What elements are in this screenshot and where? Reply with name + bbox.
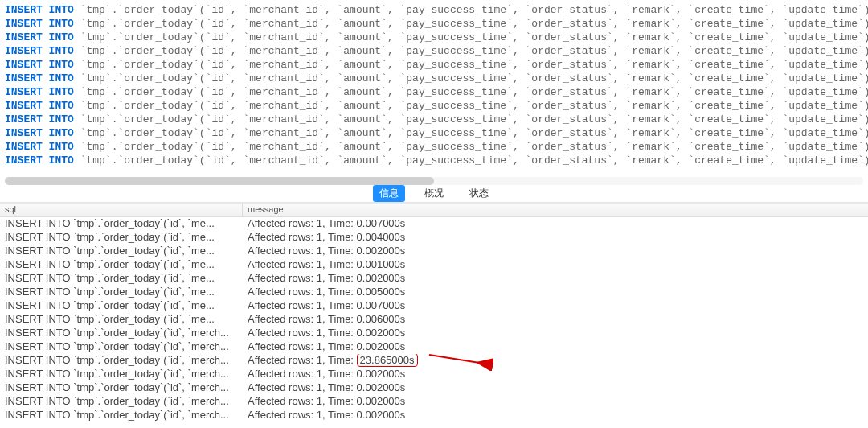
msg-prefix: Affected rows: 1, Time: <box>248 409 357 421</box>
cell-sql: INSERT INTO `tmp`.`order_today`(`id`, `m… <box>0 327 243 340</box>
header-sql[interactable]: sql <box>0 204 243 216</box>
sql-line: INSERT INTO `tmp`.`order_today`(`id`, `m… <box>5 31 863 44</box>
cell-sql: INSERT INTO `tmp`.`order_today`(`id`, `m… <box>0 381 243 395</box>
table-row[interactable]: INSERT INTO `tmp`.`order_today`(`id`, `m… <box>0 368 868 381</box>
msg-prefix: Affected rows: 1, Time: <box>248 354 357 366</box>
header-message[interactable]: message <box>243 204 868 216</box>
msg-prefix: Affected rows: 1, Time: <box>248 313 357 325</box>
table-row[interactable]: INSERT INTO `tmp`.`order_today`(`id`, `m… <box>0 409 868 422</box>
cell-message: Affected rows: 1, Time: 0.007000s <box>243 217 868 231</box>
cell-message: Affected rows: 1, Time: 0.002000s <box>243 272 868 286</box>
cell-message: Affected rows: 1, Time: 0.006000s <box>243 313 868 327</box>
cell-sql: INSERT INTO `tmp`.`order_today`(`id`, `m… <box>0 286 243 299</box>
msg-prefix: Affected rows: 1, Time: <box>248 340 357 352</box>
sql-line: INSERT INTO `tmp`.`order_today`(`id`, `m… <box>5 126 863 140</box>
tab-1[interactable]: 概况 <box>418 185 450 202</box>
table-row[interactable]: INSERT INTO `tmp`.`order_today`(`id`, `m… <box>0 299 868 313</box>
sql-line: INSERT INTO `tmp`.`order_today`(`id`, `m… <box>5 44 863 58</box>
msg-time: 0.007000s <box>357 299 406 311</box>
table-row[interactable]: INSERT INTO `tmp`.`order_today`(`id`, `m… <box>0 354 868 368</box>
result-tab-bar: 信息概况状态 <box>0 185 868 203</box>
msg-prefix: Affected rows: 1, Time: <box>248 272 357 284</box>
table-row[interactable]: INSERT INTO `tmp`.`order_today`(`id`, `m… <box>0 340 868 354</box>
msg-time: 0.002000s <box>357 327 406 339</box>
msg-time: 23.865000s <box>357 354 418 367</box>
sql-line: INSERT INTO `tmp`.`order_today`(`id`, `m… <box>5 58 863 72</box>
table-row[interactable]: INSERT INTO `tmp`.`order_today`(`id`, `m… <box>0 327 868 340</box>
msg-prefix: Affected rows: 1, Time: <box>248 381 357 393</box>
cell-sql: INSERT INTO `tmp`.`order_today`(`id`, `m… <box>0 245 243 258</box>
table-row[interactable]: INSERT INTO `tmp`.`order_today`(`id`, `m… <box>0 231 868 245</box>
msg-time: 0.002000s <box>357 245 406 257</box>
tab-0[interactable]: 信息 <box>373 185 405 202</box>
msg-time: 0.002000s <box>357 409 406 421</box>
sql-editor-pane: INSERT INTO `tmp`.`order_today`(`id`, `m… <box>0 0 868 175</box>
msg-time: 0.002000s <box>357 368 406 380</box>
cell-message: Affected rows: 1, Time: 0.002000s <box>243 327 868 340</box>
table-row[interactable]: INSERT INTO `tmp`.`order_today`(`id`, `m… <box>0 286 868 299</box>
table-row[interactable]: INSERT INTO `tmp`.`order_today`(`id`, `m… <box>0 258 868 272</box>
tab-2[interactable]: 状态 <box>463 185 495 202</box>
table-row[interactable]: INSERT INTO `tmp`.`order_today`(`id`, `m… <box>0 245 868 258</box>
msg-time: 0.001000s <box>357 258 406 270</box>
result-header-row: sql message <box>0 203 868 217</box>
msg-time: 0.004000s <box>357 231 406 243</box>
msg-prefix: Affected rows: 1, Time: <box>248 217 357 229</box>
sql-line: INSERT INTO `tmp`.`order_today`(`id`, `m… <box>5 17 863 31</box>
msg-time: 0.002000s <box>357 381 406 393</box>
msg-time: 0.005000s <box>357 286 406 298</box>
msg-prefix: Affected rows: 1, Time: <box>248 368 357 380</box>
cell-message: Affected rows: 1, Time: 0.002000s <box>243 340 868 354</box>
cell-message: Affected rows: 1, Time: 0.004000s <box>243 231 868 245</box>
msg-prefix: Affected rows: 1, Time: <box>248 299 357 311</box>
cell-message: Affected rows: 1, Time: 23.865000s <box>243 354 868 368</box>
scrollbar-thumb[interactable] <box>5 177 434 185</box>
sql-line: INSERT INTO `tmp`.`order_today`(`id`, `m… <box>5 113 863 126</box>
msg-prefix: Affected rows: 1, Time: <box>248 258 357 270</box>
cell-message: Affected rows: 1, Time: 0.005000s <box>243 286 868 299</box>
table-row[interactable]: INSERT INTO `tmp`.`order_today`(`id`, `m… <box>0 395 868 409</box>
cell-sql: INSERT INTO `tmp`.`order_today`(`id`, `m… <box>0 368 243 381</box>
sql-line: INSERT INTO `tmp`.`order_today`(`id`, `m… <box>5 99 863 113</box>
table-row[interactable]: INSERT INTO `tmp`.`order_today`(`id`, `m… <box>0 217 868 231</box>
sql-line: INSERT INTO `tmp`.`order_today`(`id`, `m… <box>5 140 863 154</box>
cell-sql: INSERT INTO `tmp`.`order_today`(`id`, `m… <box>0 354 243 368</box>
horizontal-scrollbar[interactable] <box>5 177 863 185</box>
msg-time: 0.007000s <box>357 217 406 229</box>
msg-prefix: Affected rows: 1, Time: <box>248 395 357 407</box>
cell-message: Affected rows: 1, Time: 0.002000s <box>243 368 868 381</box>
msg-time: 0.002000s <box>357 272 406 284</box>
msg-prefix: Affected rows: 1, Time: <box>248 327 357 339</box>
sql-line: INSERT INTO `tmp`.`order_today`(`id`, `m… <box>5 72 863 85</box>
sql-line: INSERT INTO `tmp`.`order_today`(`id`, `m… <box>5 154 863 167</box>
cell-message: Affected rows: 1, Time: 0.007000s <box>243 299 868 313</box>
msg-prefix: Affected rows: 1, Time: <box>248 231 357 243</box>
cell-sql: INSERT INTO `tmp`.`order_today`(`id`, `m… <box>0 272 243 286</box>
sql-line: INSERT INTO `tmp`.`order_today`(`id`, `m… <box>5 85 863 99</box>
msg-prefix: Affected rows: 1, Time: <box>248 286 357 298</box>
cell-message: Affected rows: 1, Time: 0.001000s <box>243 258 868 272</box>
cell-sql: INSERT INTO `tmp`.`order_today`(`id`, `m… <box>0 231 243 245</box>
cell-message: Affected rows: 1, Time: 0.002000s <box>243 409 868 422</box>
cell-sql: INSERT INTO `tmp`.`order_today`(`id`, `m… <box>0 299 243 313</box>
table-row[interactable]: INSERT INTO `tmp`.`order_today`(`id`, `m… <box>0 272 868 286</box>
cell-message: Affected rows: 1, Time: 0.002000s <box>243 395 868 409</box>
cell-sql: INSERT INTO `tmp`.`order_today`(`id`, `m… <box>0 258 243 272</box>
cell-sql: INSERT INTO `tmp`.`order_today`(`id`, `m… <box>0 409 243 422</box>
msg-prefix: Affected rows: 1, Time: <box>248 245 357 257</box>
msg-time: 0.002000s <box>357 395 406 407</box>
table-row[interactable]: INSERT INTO `tmp`.`order_today`(`id`, `m… <box>0 313 868 327</box>
cell-sql: INSERT INTO `tmp`.`order_today`(`id`, `m… <box>0 340 243 354</box>
result-rows: INSERT INTO `tmp`.`order_today`(`id`, `m… <box>0 217 868 422</box>
cell-message: Affected rows: 1, Time: 0.002000s <box>243 245 868 258</box>
cell-sql: INSERT INTO `tmp`.`order_today`(`id`, `m… <box>0 217 243 231</box>
table-row[interactable]: INSERT INTO `tmp`.`order_today`(`id`, `m… <box>0 381 868 395</box>
msg-time: 0.002000s <box>357 340 406 352</box>
msg-time: 0.006000s <box>357 313 406 325</box>
cell-sql: INSERT INTO `tmp`.`order_today`(`id`, `m… <box>0 395 243 409</box>
sql-line: INSERT INTO `tmp`.`order_today`(`id`, `m… <box>5 3 863 17</box>
cell-sql: INSERT INTO `tmp`.`order_today`(`id`, `m… <box>0 313 243 327</box>
cell-message: Affected rows: 1, Time: 0.002000s <box>243 381 868 395</box>
